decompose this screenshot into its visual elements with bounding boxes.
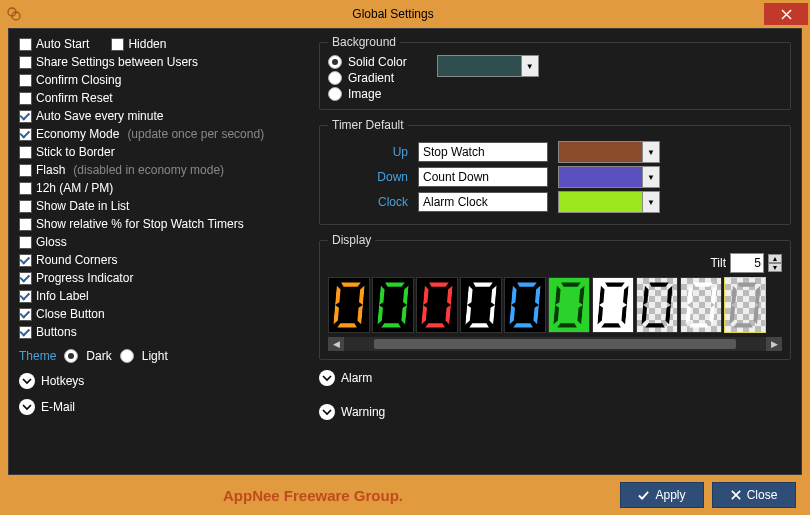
svg-marker-43 — [621, 305, 627, 325]
svg-marker-36 — [579, 285, 585, 305]
checkbox-flash[interactable] — [19, 164, 32, 177]
dropdown-icon: ▼ — [521, 56, 538, 76]
checkbox-auto-start[interactable] — [19, 38, 32, 51]
svg-marker-29 — [509, 305, 515, 325]
checkbox-confirm-closing[interactable] — [19, 74, 32, 87]
svg-marker-16 — [423, 285, 429, 305]
label-round-corners: Round Corners — [36, 253, 117, 267]
label-buttons: Buttons — [36, 325, 77, 339]
radio-theme-dark[interactable] — [64, 349, 78, 363]
svg-marker-52 — [687, 285, 693, 305]
checkbox-economy-mode[interactable] — [19, 128, 32, 141]
checkbox-info-label[interactable] — [19, 290, 32, 303]
label-stick-border: Stick to Border — [36, 145, 115, 159]
timer-up-color-picker[interactable]: ▼ — [558, 141, 660, 163]
svg-marker-22 — [467, 285, 473, 305]
svg-marker-19 — [445, 305, 451, 325]
close-button[interactable]: Close — [712, 482, 796, 508]
apply-button[interactable]: Apply — [620, 482, 704, 508]
display-preset-2[interactable] — [416, 277, 458, 333]
label-bg-gradient: Gradient — [348, 71, 394, 85]
display-preset-3[interactable] — [460, 277, 502, 333]
checkbox-auto-save[interactable] — [19, 110, 32, 123]
display-preset-1[interactable] — [372, 277, 414, 333]
chevron-down-icon — [319, 404, 335, 420]
svg-marker-37 — [577, 305, 583, 325]
svg-marker-5 — [333, 305, 339, 325]
svg-marker-49 — [665, 305, 671, 325]
svg-marker-12 — [403, 285, 409, 305]
left-column: Auto Start Hidden Share Settings between… — [19, 35, 309, 468]
radio-theme-light[interactable] — [120, 349, 134, 363]
expander-email[interactable]: E-Mail — [19, 399, 309, 415]
svg-marker-32 — [561, 283, 581, 287]
checkbox-show-date[interactable] — [19, 200, 32, 213]
checkbox-stick-border[interactable] — [19, 146, 32, 159]
checkbox-hidden[interactable] — [111, 38, 124, 51]
checkbox-confirm-reset[interactable] — [19, 92, 32, 105]
checkbox-close-button[interactable] — [19, 308, 32, 321]
window-close-button[interactable] — [764, 3, 808, 25]
svg-marker-2 — [341, 283, 361, 287]
tilt-spinner[interactable]: ▲▼ — [768, 254, 782, 272]
group-background-title: Background — [328, 35, 400, 49]
checkbox-12h[interactable] — [19, 182, 32, 195]
group-timer-default: Timer Default Up ▼ Down ▼ Clock ▼ — [319, 118, 791, 225]
bg-color-picker[interactable]: ▼ — [437, 55, 539, 77]
timer-down-color-picker[interactable]: ▼ — [558, 166, 660, 188]
checkbox-round-corners[interactable] — [19, 254, 32, 267]
expander-warning[interactable]: Warning — [319, 404, 791, 420]
checkbox-gloss[interactable] — [19, 236, 32, 249]
timer-clock-input[interactable] — [418, 192, 548, 212]
timer-clock-color-picker[interactable]: ▼ — [558, 191, 660, 213]
svg-marker-44 — [649, 283, 669, 287]
svg-marker-20 — [473, 283, 493, 287]
expander-hotkeys[interactable]: Hotkeys — [19, 373, 309, 389]
display-preset-0[interactable] — [328, 277, 370, 333]
timer-up-input[interactable] — [418, 142, 548, 162]
timer-down-label: Down — [368, 170, 408, 184]
label-close-button: Close Button — [36, 307, 105, 321]
tilt-input[interactable] — [730, 253, 764, 273]
titlebar: Global Settings — [0, 0, 810, 28]
display-preset-8[interactable] — [680, 277, 722, 333]
svg-marker-54 — [711, 285, 717, 305]
expander-alarm[interactable]: Alarm — [319, 370, 791, 386]
display-preset-4[interactable] — [504, 277, 546, 333]
svg-marker-24 — [491, 285, 497, 305]
display-preset-7[interactable] — [636, 277, 678, 333]
dropdown-icon: ▼ — [642, 192, 659, 212]
display-scrollbar[interactable]: ◀ ▶ — [328, 337, 782, 351]
spinner-up-icon: ▲ — [768, 254, 782, 263]
note-economy-mode: (update once per second) — [127, 127, 264, 141]
svg-marker-48 — [667, 285, 673, 305]
checkbox-show-relative[interactable] — [19, 218, 32, 231]
svg-marker-46 — [643, 285, 649, 305]
display-preset-5[interactable] — [548, 277, 590, 333]
group-display: Display Tilt ▲▼ ◀ ▶ — [319, 233, 791, 360]
timer-down-input[interactable] — [418, 167, 548, 187]
checkbox-buttons[interactable] — [19, 326, 32, 339]
expander-alarm-label: Alarm — [341, 371, 372, 385]
svg-marker-47 — [641, 305, 647, 325]
chevron-down-icon — [319, 370, 335, 386]
dropdown-icon: ▼ — [642, 142, 659, 162]
theme-label: Theme — [19, 349, 56, 363]
display-preset-6[interactable] — [592, 277, 634, 333]
svg-marker-27 — [513, 323, 533, 327]
expander-hotkeys-label: Hotkeys — [41, 374, 84, 388]
check-icon — [638, 490, 649, 501]
checkbox-progress[interactable] — [19, 272, 32, 285]
svg-marker-42 — [623, 285, 629, 305]
svg-marker-31 — [533, 305, 539, 325]
timer-clock-label: Clock — [368, 195, 408, 209]
label-info-label: Info Label — [36, 289, 89, 303]
label-gloss: Gloss — [36, 235, 67, 249]
radio-bg-gradient[interactable] — [328, 71, 342, 85]
display-preset-9[interactable] — [724, 277, 766, 333]
checkbox-share-settings[interactable] — [19, 56, 32, 69]
right-column: Background Solid Color Gradient Image ▼ … — [319, 35, 791, 468]
radio-bg-solid[interactable] — [328, 55, 342, 69]
radio-bg-image[interactable] — [328, 87, 342, 101]
spinner-down-icon: ▼ — [768, 263, 782, 272]
